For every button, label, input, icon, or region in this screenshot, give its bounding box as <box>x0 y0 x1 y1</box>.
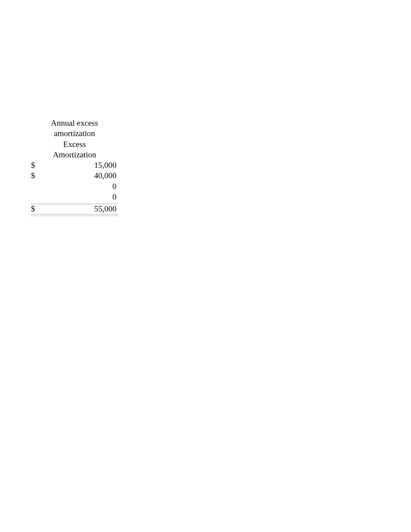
currency-symbol <box>31 181 39 192</box>
amount-value: 0 <box>39 181 118 192</box>
amount-value: 0 <box>39 192 118 202</box>
currency-symbol: $ <box>31 160 39 171</box>
amount-value: 40,000 <box>39 171 118 181</box>
currency-symbol: $ <box>31 204 39 214</box>
column-header-line1: Excess <box>31 139 118 150</box>
currency-symbol: $ <box>31 171 39 181</box>
amortization-table: Annual excess amortization Excess Amorti… <box>31 118 118 215</box>
column-header-line2: Amortization <box>31 150 118 160</box>
table-row: 0 <box>31 192 118 202</box>
amount-value: 15,000 <box>39 160 118 171</box>
table-row: $ 15,000 <box>31 160 118 171</box>
total-row: $ 55,000 <box>31 204 118 214</box>
table-title: Annual excess amortization <box>31 118 118 139</box>
currency-symbol <box>31 192 39 202</box>
table-row: 0 <box>31 181 118 192</box>
total-amount: 55,000 <box>39 204 118 214</box>
table-row: $ 40,000 <box>31 171 118 181</box>
